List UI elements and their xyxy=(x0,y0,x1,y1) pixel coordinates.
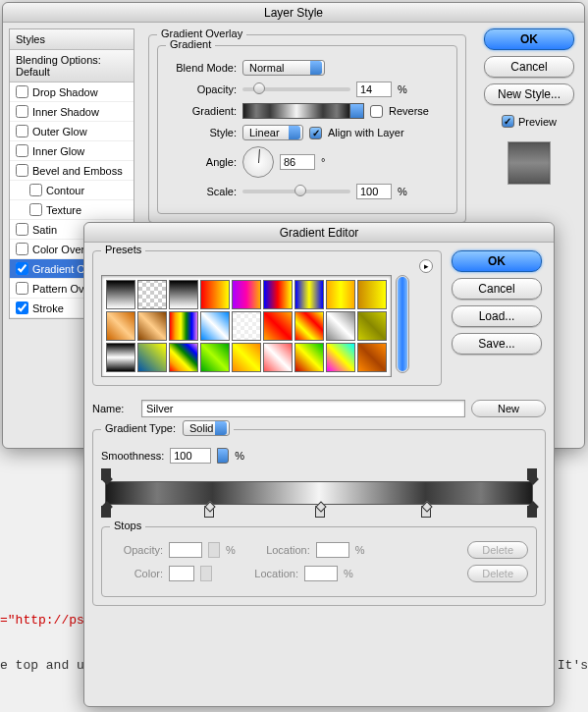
styles-item-checkbox[interactable] xyxy=(16,164,28,177)
reverse-checkbox[interactable] xyxy=(370,105,383,118)
preset-swatch[interactable] xyxy=(106,311,135,341)
cancel-button[interactable]: Cancel xyxy=(484,56,574,78)
color-stop[interactable] xyxy=(315,506,325,518)
opacity-input[interactable] xyxy=(356,82,392,97)
styles-item-bevel-and-emboss[interactable]: Bevel and Emboss xyxy=(10,161,134,181)
styles-item-checkbox[interactable] xyxy=(16,223,28,236)
style-select[interactable]: Linear xyxy=(242,125,303,140)
blending-options-row[interactable]: Blending Options: Default xyxy=(10,50,134,82)
preset-swatch[interactable] xyxy=(294,280,324,309)
preset-swatch[interactable] xyxy=(200,280,230,309)
color-stop[interactable] xyxy=(204,506,214,518)
preset-swatch[interactable] xyxy=(137,280,167,309)
stop-location-label: Location: xyxy=(251,544,310,556)
styles-item-label: Bevel and Emboss xyxy=(32,165,123,177)
preset-swatch[interactable] xyxy=(137,343,167,372)
preset-swatch[interactable] xyxy=(263,311,293,341)
styles-item-label: Outer Glow xyxy=(32,126,87,137)
styles-item-checkbox[interactable] xyxy=(16,243,28,255)
ge-cancel-button[interactable]: Cancel xyxy=(452,278,542,300)
name-input[interactable] xyxy=(141,400,465,417)
scale-input[interactable] xyxy=(356,184,392,199)
gradient-editor-dialog: Gradient Editor Presets xyxy=(83,222,555,707)
presets-flyout-icon[interactable] xyxy=(419,259,433,273)
angle-input[interactable] xyxy=(280,154,315,170)
preset-swatch[interactable] xyxy=(326,311,355,341)
preset-swatch[interactable] xyxy=(200,343,230,372)
styles-item-checkbox[interactable] xyxy=(16,85,28,98)
opacity-slider[interactable] xyxy=(242,87,350,91)
preset-swatch[interactable] xyxy=(263,280,293,309)
preset-swatch[interactable] xyxy=(326,343,355,372)
preset-swatch[interactable] xyxy=(169,280,198,309)
percent-label: % xyxy=(235,450,244,462)
align-checkbox[interactable] xyxy=(309,127,322,139)
align-label: Align with Layer xyxy=(328,127,404,138)
scale-slider[interactable] xyxy=(242,190,350,193)
blend-mode-select[interactable]: Normal xyxy=(242,60,325,76)
styles-item-checkbox[interactable] xyxy=(16,144,28,157)
presets-scrollbar[interactable] xyxy=(396,275,409,373)
styles-item-checkbox[interactable] xyxy=(29,203,42,216)
preset-swatch[interactable] xyxy=(169,343,198,372)
preset-swatch[interactable] xyxy=(137,311,167,341)
color-stop[interactable] xyxy=(527,506,537,518)
stop-opacity-label: Opacity: xyxy=(110,544,163,556)
ok-button[interactable]: OK xyxy=(484,28,574,50)
preset-swatch[interactable] xyxy=(294,343,324,372)
new-gradient-button[interactable]: New xyxy=(471,400,546,417)
styles-item-contour[interactable]: Contour xyxy=(10,181,134,200)
styles-item-checkbox[interactable] xyxy=(16,125,28,137)
angle-dial[interactable] xyxy=(242,146,274,178)
presets-grid xyxy=(101,275,392,377)
color-stop[interactable] xyxy=(421,506,431,518)
styles-item-label: Satin xyxy=(32,224,57,236)
preset-swatch[interactable] xyxy=(106,280,135,309)
styles-item-drop-shadow[interactable]: Drop Shadow xyxy=(10,82,134,102)
preset-swatch[interactable] xyxy=(294,311,324,341)
gradient-group-label: Gradient xyxy=(166,38,215,50)
styles-item-checkbox[interactable] xyxy=(16,105,28,118)
ge-save-button[interactable]: Save... xyxy=(452,333,542,355)
preset-swatch[interactable] xyxy=(106,343,135,372)
stop-color-dropdown-icon xyxy=(200,566,212,581)
preset-swatch[interactable] xyxy=(232,280,261,309)
color-stop[interactable] xyxy=(101,506,111,518)
type-label: Gradient Type: xyxy=(105,422,176,434)
preset-swatch[interactable] xyxy=(232,343,261,372)
ge-ok-button[interactable]: OK xyxy=(452,250,542,272)
preset-swatch[interactable] xyxy=(200,311,230,341)
styles-item-checkbox[interactable] xyxy=(29,184,42,196)
preset-swatch[interactable] xyxy=(357,280,387,309)
styles-list-header[interactable]: Styles xyxy=(10,29,134,50)
preset-swatch[interactable] xyxy=(263,343,293,372)
presets-section: Presets xyxy=(92,250,442,386)
gradient-dropdown-icon[interactable] xyxy=(350,103,364,119)
styles-item-label: Texture xyxy=(46,204,81,216)
stop-opacity-dropdown-icon xyxy=(208,542,220,558)
preset-swatch[interactable] xyxy=(357,343,387,372)
stop-location-input xyxy=(316,542,349,558)
ge-load-button[interactable]: Load... xyxy=(452,305,542,327)
styles-item-checkbox[interactable] xyxy=(16,262,28,275)
smoothness-dropdown-icon[interactable] xyxy=(217,448,229,464)
new-style-button[interactable]: New Style... xyxy=(484,83,574,105)
preset-swatch[interactable] xyxy=(232,311,261,341)
preview-checkbox[interactable] xyxy=(502,115,514,128)
preset-swatch[interactable] xyxy=(326,280,355,309)
preset-swatch[interactable] xyxy=(357,311,387,341)
type-select[interactable]: Solid xyxy=(183,420,230,436)
smoothness-input[interactable] xyxy=(170,448,211,464)
gradient-ramp[interactable] xyxy=(105,481,533,505)
styles-item-texture[interactable]: Texture xyxy=(10,200,134,220)
styles-item-inner-shadow[interactable]: Inner Shadow xyxy=(10,102,134,122)
preset-swatch[interactable] xyxy=(169,311,198,341)
styles-item-inner-glow[interactable]: Inner Glow xyxy=(10,141,134,161)
styles-item-outer-glow[interactable]: Outer Glow xyxy=(10,122,134,141)
styles-item-checkbox[interactable] xyxy=(16,301,28,314)
opacity-stop[interactable] xyxy=(101,468,111,480)
gradient-swatch[interactable] xyxy=(242,103,350,119)
stops-section: Stops Opacity: % Location: % Delete Colo… xyxy=(101,526,537,597)
opacity-stop[interactable] xyxy=(527,468,537,480)
styles-item-checkbox[interactable] xyxy=(16,282,28,295)
